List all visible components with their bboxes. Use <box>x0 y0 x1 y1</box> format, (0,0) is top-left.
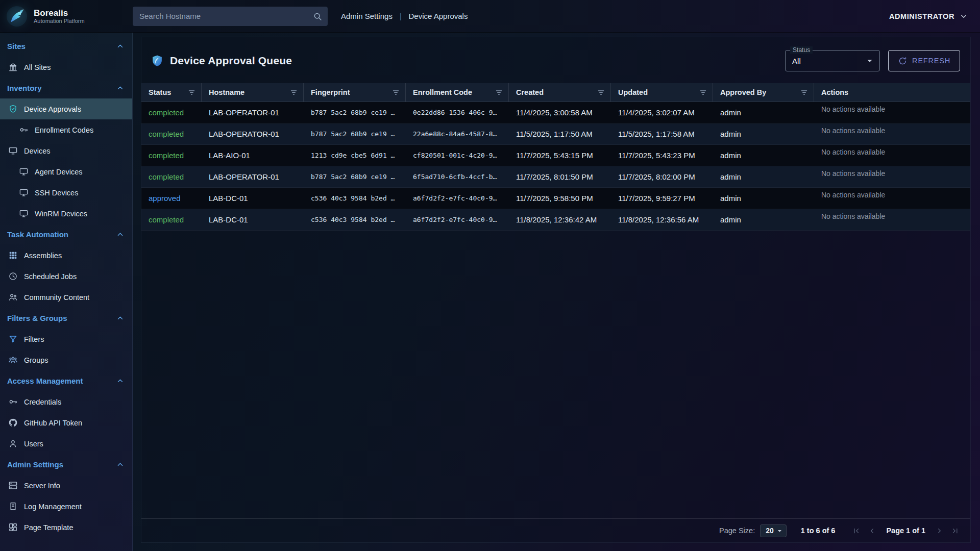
page-title: Device Approval Queue <box>170 55 292 67</box>
sidebar-item-label: Agent Devices <box>35 168 83 176</box>
cell-enrollment-code: 0e22dd86-1536-406c-9… <box>406 109 509 116</box>
chevron-up-icon <box>115 376 125 386</box>
sidebar-item-community-content[interactable]: Community Content <box>0 287 132 308</box>
page-size-select[interactable]: 20 <box>760 524 787 537</box>
cell-hostname: LAB-OPERATOR-01 <box>202 130 304 138</box>
sidebar-item-users[interactable]: Users <box>0 433 132 454</box>
sidebar-item-page-template[interactable]: Page Template <box>0 517 132 538</box>
page-size-value: 20 <box>766 527 774 535</box>
cell-approved-by: admin <box>713 194 814 203</box>
cell-created: 11/4/2025, 3:00:58 AM <box>509 108 611 117</box>
sidebar-item-winrm-devices[interactable]: WinRM Devices <box>0 203 132 224</box>
sidebar-item-groups[interactable]: Groups <box>0 349 132 370</box>
filter-icon[interactable] <box>289 88 298 97</box>
cell-actions: No actions available <box>814 145 970 156</box>
cell-fingerprint: c536 40c3 9584 b2ed … <box>304 216 406 223</box>
breadcrumb-admin-settings[interactable]: Admin Settings <box>341 12 393 20</box>
sidebar-item-label: Scheduled Jobs <box>24 272 77 281</box>
column-header-updated[interactable]: Updated <box>611 83 713 102</box>
cell-enrollment-code: cf820501-001c-4c20-9… <box>406 152 509 159</box>
template-icon <box>8 522 18 532</box>
cell-approved-by: admin <box>713 215 814 224</box>
cell-approved-by: admin <box>713 172 814 181</box>
filter-icon[interactable] <box>699 88 707 97</box>
table-row[interactable]: completedLAB-OPERATOR-01b787 5ac2 68b9 c… <box>141 102 970 123</box>
filter-icon[interactable] <box>800 88 808 97</box>
search-icon[interactable] <box>312 11 323 21</box>
sidebar-item-label: Device Approvals <box>24 105 81 113</box>
sidebar-item-assemblies[interactable]: Assemblies <box>0 245 132 266</box>
borealis-logo-icon <box>5 5 29 28</box>
cell-actions: No actions available <box>814 102 970 113</box>
sidebar-item-ssh-devices[interactable]: SSH Devices <box>0 182 132 203</box>
row-range-text: 1 to 6 of 6 <box>801 527 836 535</box>
sidebar: SitesAll SitesInventoryDevice ApprovalsE… <box>0 33 133 551</box>
sidebar-item-label: Devices <box>24 147 51 155</box>
sidebar-item-agent-devices[interactable]: Agent Devices <box>0 161 132 182</box>
status-filter-select[interactable]: Status All <box>785 50 880 71</box>
cell-created: 11/8/2025, 12:36:42 AM <box>509 215 611 224</box>
table-row[interactable]: completedLAB-OPERATOR-01b787 5ac2 68b9 c… <box>141 123 970 145</box>
sidebar-item-all-sites[interactable]: All Sites <box>0 57 132 78</box>
sidebar-section-label: Admin Settings <box>7 460 63 469</box>
sidebar-section-admin-settings[interactable]: Admin Settings <box>0 454 132 475</box>
sidebar-item-label: Community Content <box>24 293 89 302</box>
table-row[interactable]: completedLAB-OPERATOR-01b787 5ac2 68b9 c… <box>141 166 970 188</box>
cell-fingerprint: 1213 cd9e cbe5 6d91 … <box>304 152 406 159</box>
first-page-button[interactable] <box>849 524 863 538</box>
sidebar-item-server-info[interactable]: Server Info <box>0 475 132 496</box>
search-input[interactable] <box>139 12 312 20</box>
cell-created: 11/5/2025, 1:17:50 AM <box>509 130 611 138</box>
table-row[interactable]: completedLAB-AIO-011213 cd9e cbe5 6d91 …… <box>141 145 970 166</box>
user-menu[interactable]: ADMINISTRATOR <box>889 11 969 21</box>
column-header-hostname[interactable]: Hostname <box>202 83 304 102</box>
sidebar-item-scheduled-jobs[interactable]: Scheduled Jobs <box>0 266 132 287</box>
sidebar-item-enrollment-codes[interactable]: Enrollment Codes <box>0 119 132 140</box>
sidebar-section-access-management[interactable]: Access Management <box>0 370 132 391</box>
hostname-search-box[interactable] <box>133 7 328 26</box>
next-page-button[interactable] <box>933 524 946 538</box>
previous-page-button[interactable] <box>865 524 879 538</box>
column-header-label: Status <box>149 88 171 96</box>
sidebar-section-label: Inventory <box>7 84 42 92</box>
device-approvals-table: StatusHostnameFingerprintEnrollment Code… <box>141 83 970 231</box>
breadcrumb-device-approvals[interactable]: Device Approvals <box>409 12 468 20</box>
title-area: Device Approval Queue <box>151 54 292 67</box>
filter-icon[interactable] <box>495 88 503 97</box>
column-header-status[interactable]: Status <box>141 83 202 102</box>
pagination: Page 1 of 1 <box>849 524 962 538</box>
table-row[interactable]: approvedLAB-DC-01c536 40c3 9584 b2ed …a6… <box>141 188 970 209</box>
sidebar-item-devices[interactable]: Devices <box>0 140 132 161</box>
sidebar-item-filters[interactable]: Filters <box>0 329 132 349</box>
filter-icon[interactable] <box>391 88 400 97</box>
sidebar-item-device-approvals[interactable]: Device Approvals <box>0 98 132 119</box>
sidebar-section-sites[interactable]: Sites <box>0 36 132 57</box>
last-page-button[interactable] <box>948 524 962 538</box>
refresh-button[interactable]: REFRESH <box>888 50 960 71</box>
table-row[interactable]: completedLAB-DC-01c536 40c3 9584 b2ed …a… <box>141 209 970 231</box>
cell-updated: 11/5/2025, 1:17:58 AM <box>611 130 713 138</box>
groups-icon <box>8 355 18 365</box>
clock-icon <box>8 271 18 281</box>
sidebar-section-inventory[interactable]: Inventory <box>0 78 132 98</box>
sidebar-section-filters-groups[interactable]: Filters & Groups <box>0 308 132 329</box>
filter-icon[interactable] <box>187 88 196 97</box>
user-menu-label: ADMINISTRATOR <box>889 12 954 20</box>
breadcrumb: Admin Settings | Device Approvals <box>341 12 468 20</box>
chevron-down-icon <box>959 11 969 21</box>
column-header-label: Enrollment Code <box>413 88 472 96</box>
chevron-up-icon <box>115 460 125 469</box>
column-header-actions[interactable]: Actions <box>814 83 970 102</box>
column-header-enrollment-code[interactable]: Enrollment Code <box>406 83 509 102</box>
sidebar-item-credentials[interactable]: Credentials <box>0 391 132 412</box>
sidebar-section-task-automation[interactable]: Task Automation <box>0 224 132 245</box>
column-header-approved-by[interactable]: Approved By <box>713 83 814 102</box>
cell-created: 11/7/2025, 5:43:15 PM <box>509 151 611 160</box>
sidebar-section-label: Access Management <box>7 377 83 385</box>
column-header-created[interactable]: Created <box>509 83 611 102</box>
sidebar-item-github-api-token[interactable]: GitHub API Token <box>0 412 132 433</box>
sidebar-item-log-management[interactable]: Log Management <box>0 496 132 517</box>
filter-icon[interactable] <box>597 88 605 97</box>
column-header-fingerprint[interactable]: Fingerprint <box>304 83 406 102</box>
page-size-control: Page Size: 20 <box>719 524 787 537</box>
